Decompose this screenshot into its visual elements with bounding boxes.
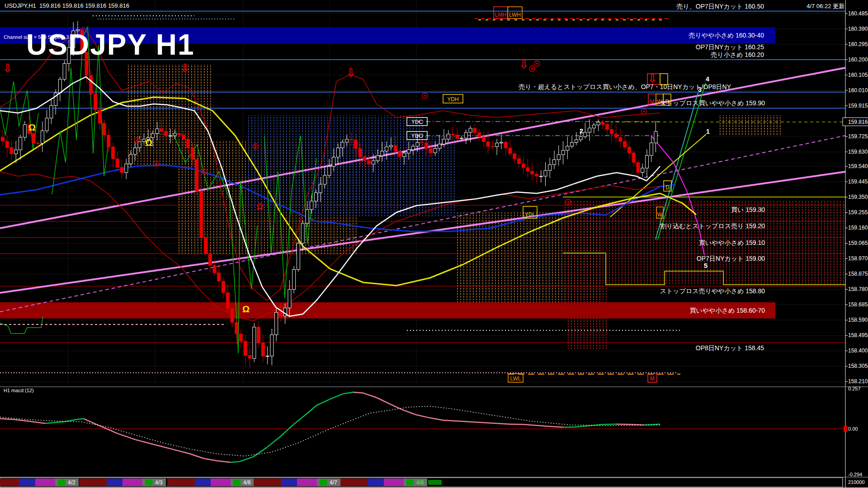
timeline-date-label: 4/2 <box>68 479 75 486</box>
timeline-session-segment[interactable] <box>195 479 211 486</box>
timeline-green-chip <box>320 479 327 485</box>
candle-body <box>195 160 198 191</box>
candle-body <box>641 168 644 173</box>
candle-body <box>522 164 525 168</box>
candle-body <box>138 141 141 148</box>
order-annotation: 買い 159.30 <box>731 206 765 213</box>
timeline-session-segment[interactable] <box>107 479 123 486</box>
price-tick-label: 160.295 <box>848 41 868 47</box>
price-tick-label: 159.065 <box>848 240 868 246</box>
order-annotation: 売りやや小さめ 160.30-40 <box>689 32 764 39</box>
candle-body <box>650 143 653 155</box>
pivot-box-label: YDH <box>447 96 458 103</box>
macd-main-line <box>603 424 617 425</box>
candle-body <box>45 118 48 131</box>
candle-body <box>592 125 595 128</box>
timeline-session-segment[interactable] <box>297 479 317 486</box>
order-annotation: OP7日NYカット 160.25 <box>696 43 764 51</box>
timeline-session-segment[interactable] <box>0 479 19 486</box>
timeline-session-segment[interactable] <box>384 479 404 486</box>
timeline-session-segment[interactable] <box>254 479 281 486</box>
candle-body <box>548 164 552 170</box>
candle-body <box>261 343 264 356</box>
pivot-box-label: LMH <box>495 12 506 18</box>
timeline-session-segment[interactable] <box>368 479 384 486</box>
candle-body <box>389 145 392 147</box>
candle-body <box>58 79 61 93</box>
timeline-green-chip <box>58 479 65 485</box>
candle-body <box>447 134 450 139</box>
pivot-box-label: M <box>650 375 655 382</box>
candle-body <box>37 143 40 144</box>
timeline-session-segment[interactable] <box>281 479 297 486</box>
candle-body <box>107 135 110 147</box>
candle-body <box>614 134 618 137</box>
channel-info-label: Channel size = 560 Slope = 3.81 <box>4 34 76 40</box>
candle-body <box>204 238 207 254</box>
timeline-scale-label: 210000 <box>848 479 865 485</box>
price-tick-label: 158.970 <box>848 255 868 262</box>
candle-body <box>301 223 304 243</box>
candle-body <box>244 341 247 355</box>
candle-body <box>566 146 569 150</box>
price-tick-label: 158.685 <box>848 301 868 308</box>
timeline-date-label: 4/8 <box>416 479 424 486</box>
candle-body <box>526 168 529 171</box>
candle-body <box>645 155 648 168</box>
timeline-session-segment[interactable] <box>340 479 368 486</box>
timeline-session-segment[interactable] <box>123 479 142 486</box>
candle-body <box>354 140 357 149</box>
candle-body <box>416 143 419 146</box>
candle-body <box>425 143 428 149</box>
wave-count-digit: 1 <box>706 127 710 135</box>
order-zone-band <box>0 302 775 319</box>
candle-body <box>279 312 282 316</box>
candle-body <box>292 269 296 289</box>
candle-body <box>98 110 101 123</box>
candle-body <box>438 144 441 149</box>
candle-body <box>14 150 18 154</box>
candle-body <box>120 167 123 173</box>
timeline-session-segment[interactable] <box>19 479 35 486</box>
candle-body <box>571 143 574 146</box>
price-tick-label: 158.495 <box>848 332 868 338</box>
candle-body <box>491 146 494 147</box>
candle-body <box>222 281 225 292</box>
pivot-box-label: W <box>657 211 663 218</box>
bullseye-marker-dot <box>155 163 157 164</box>
candle-body <box>240 334 243 341</box>
candle-body <box>248 355 251 358</box>
candle-body <box>434 148 437 153</box>
macd-main-line <box>77 419 84 420</box>
candle-body <box>23 125 26 137</box>
order-annotation: 割り込むとストップロス売り 159.20 <box>660 222 765 230</box>
candle-body <box>226 293 229 309</box>
candle-body <box>504 142 507 148</box>
price-tick-label: 160.200 <box>848 56 868 63</box>
timeline-session-segment[interactable] <box>79 479 107 486</box>
timeline-green-chip <box>145 479 152 485</box>
candle-body <box>359 149 362 157</box>
timeline-session-segment[interactable] <box>167 479 195 486</box>
timeline-session-segment[interactable] <box>211 479 231 486</box>
candle-body <box>1 137 5 141</box>
yellow-omega-marker: Ω <box>242 304 250 314</box>
price-tick-label: 158.305 <box>848 363 868 369</box>
candle-body <box>169 136 172 136</box>
candle-body <box>32 134 35 143</box>
candle-body <box>403 153 406 157</box>
pivot-box-label: YDL <box>525 211 536 218</box>
candle-body <box>50 105 53 118</box>
price-tick-label: 159.350 <box>848 194 868 200</box>
red-omega-marker: Ω <box>257 202 263 211</box>
candle-body <box>372 161 375 164</box>
chart-canvas[interactable]: ⇩⇩⇩⇩⇩ΩΩΩΩLMHLWHMWDYDHYDCYDOYDLWDLWLM売り、O… <box>0 0 868 488</box>
red-arrow-marker: ⇩ <box>346 66 356 80</box>
timeline-session-segment[interactable] <box>35 479 55 486</box>
price-tick-label: 159.630 <box>848 149 868 155</box>
candle-body <box>182 135 185 139</box>
candle-body <box>178 133 181 135</box>
pivot-box-label: YDO <box>411 133 423 139</box>
candle-body <box>500 142 503 143</box>
bullseye-marker-dot <box>643 111 645 113</box>
